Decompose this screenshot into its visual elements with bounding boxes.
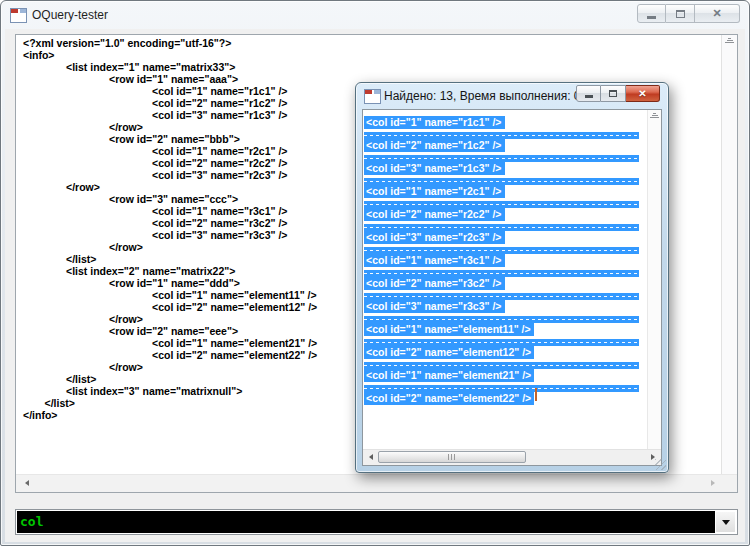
- result-item[interactable]: <col id="1" name="r2c1" />: [364, 181, 647, 204]
- editor-horizontal-scrollbar[interactable]: [16, 474, 737, 492]
- editor-vertical-scrollbar[interactable]: [721, 35, 737, 475]
- maximize-icon: [676, 10, 685, 18]
- close-icon: ✕: [638, 88, 646, 99]
- resize-grip[interactable]: [655, 459, 666, 470]
- dialog-maximize-button[interactable]: [601, 85, 626, 102]
- xml-line: <?xml version="1.0" encoding="utf-16"?>: [16, 37, 721, 49]
- result-item[interactable]: <col id="2" name="r3c2" />: [364, 273, 647, 296]
- maximize-icon: [609, 90, 617, 97]
- dialog-vertical-scrollbar[interactable]: [647, 110, 661, 450]
- scroll-right-arrow-icon[interactable]: [711, 480, 715, 486]
- close-icon: ✕: [712, 8, 721, 19]
- hscroll-thumb[interactable]: [378, 451, 526, 463]
- scroll-left-arrow-icon[interactable]: [25, 480, 29, 486]
- result-item[interactable]: <col id="1" name="r1c1" />: [364, 112, 647, 135]
- result-item[interactable]: <col id="2" name="element12" />: [364, 342, 647, 365]
- result-item[interactable]: <col id="2" name="element22" />: [364, 388, 647, 411]
- close-button[interactable]: ✕: [695, 4, 740, 23]
- dialog-horizontal-scrollbar[interactable]: [363, 449, 661, 465]
- thumb-gripper-icon: [448, 454, 456, 460]
- minimize-icon: [585, 95, 593, 98]
- combo-dropdown-button[interactable]: [716, 512, 735, 532]
- result-item[interactable]: <col id="2" name="r1c2" />: [364, 135, 647, 158]
- app-icon: [10, 8, 27, 23]
- dialog-minimize-button[interactable]: [576, 85, 601, 102]
- text-caret: [535, 388, 537, 401]
- query-input[interactable]: col: [20, 515, 43, 529]
- main-window-title: OQuery-tester: [32, 8, 108, 22]
- query-combobox[interactable]: col: [15, 509, 738, 535]
- scroll-gripper-icon: [650, 113, 659, 118]
- maximize-button[interactable]: [666, 4, 695, 23]
- minimize-button[interactable]: [637, 4, 666, 23]
- dialog-app-icon: [364, 89, 381, 104]
- dialog-window-controls: ✕: [576, 85, 660, 102]
- minimize-icon: [647, 16, 656, 19]
- results-area[interactable]: <col id="1" name="r1c1" /><col id="2" na…: [362, 109, 662, 466]
- result-item[interactable]: <col id="3" name="r2c3" />: [364, 227, 647, 250]
- result-item[interactable]: <col id="1" name="element21" />: [364, 365, 647, 388]
- dropdown-arrow-icon: [722, 520, 730, 525]
- dialog-close-button[interactable]: ✕: [626, 85, 660, 102]
- main-titlebar[interactable]: OQuery-tester ✕: [1, 1, 749, 29]
- dialog-titlebar[interactable]: Найдено: 13, Время выполнения: 0 мс ✕: [356, 83, 668, 109]
- result-item[interactable]: <col id="3" name="r1c3" />: [364, 158, 647, 181]
- results-list: <col id="1" name="r1c1" /><col id="2" na…: [364, 112, 647, 449]
- scroll-left-arrow-icon[interactable]: [369, 454, 373, 460]
- xml-line: <info>: [16, 49, 721, 61]
- result-item[interactable]: <col id="3" name="r3c3" />: [364, 296, 647, 319]
- dialog-title: Найдено: 13, Время выполнения: 0 мс: [384, 89, 598, 103]
- results-dialog: Найдено: 13, Время выполнения: 0 мс ✕ <c…: [355, 82, 669, 473]
- main-window-controls: ✕: [637, 4, 740, 23]
- scroll-gripper-icon: [725, 38, 734, 43]
- result-item[interactable]: <col id="1" name="element11" />: [364, 319, 647, 342]
- xml-line: <list index="1" name="matrix33">: [16, 61, 721, 73]
- result-item[interactable]: <col id="1" name="r3c1" />: [364, 250, 647, 273]
- result-item[interactable]: <col id="2" name="r2c2" />: [364, 204, 647, 227]
